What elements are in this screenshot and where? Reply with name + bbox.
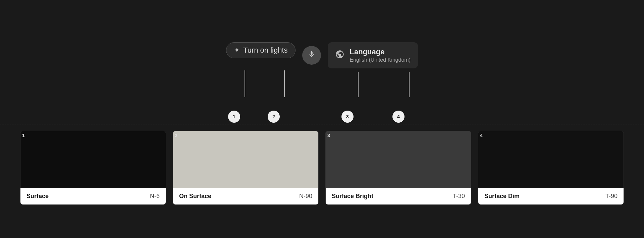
on-surface-code: N-90	[299, 193, 312, 200]
top-section: ✦ Turn on lights Language English (Unite…	[0, 0, 644, 124]
mic-icon	[308, 51, 315, 60]
card-number-4: 4	[480, 133, 483, 138]
card-number-1: 1	[22, 133, 25, 138]
color-card-wrapper-2: 2 On Surface N-90	[173, 131, 319, 205]
surface-name: Surface	[26, 193, 49, 200]
surface-dim-name: Surface Dim	[484, 193, 520, 200]
mic-button[interactable]	[302, 46, 321, 65]
color-card-surface-dim: Surface Dim T-90	[478, 131, 624, 205]
card-number-2: 2	[175, 133, 177, 138]
bottom-section: 1 Surface N-6 2 On Surface N-90 3 Surfac…	[0, 131, 644, 205]
surface-dim-label: Surface Dim T-90	[478, 188, 624, 204]
color-card-wrapper-1: 1 Surface N-6	[20, 131, 166, 205]
surface-code: N-6	[150, 193, 160, 200]
section-divider	[0, 124, 644, 124]
surface-swatch	[20, 131, 166, 188]
sun-icon: ✦	[234, 46, 240, 55]
language-card: Language English (United Kingdom)	[328, 42, 418, 68]
lights-chip-label: Turn on lights	[243, 46, 287, 55]
surface-label: Surface N-6	[20, 188, 166, 204]
surface-bright-code: T-30	[453, 193, 465, 200]
surface-bright-label: Surface Bright T-30	[326, 188, 471, 204]
surface-dim-swatch	[478, 131, 624, 188]
color-card-surface: Surface N-6	[20, 131, 166, 205]
on-surface-swatch	[173, 131, 318, 188]
on-surface-name: On Surface	[179, 193, 211, 200]
language-subtitle: English (United Kingdom)	[350, 57, 411, 63]
globe-icon	[335, 50, 344, 61]
surface-bright-swatch	[326, 131, 471, 188]
lights-chip[interactable]: ✦ Turn on lights	[226, 42, 295, 58]
ui-demo-area: ✦ Turn on lights Language English (Unite…	[226, 42, 418, 68]
surface-bright-name: Surface Bright	[332, 193, 373, 200]
card-number-3: 3	[327, 133, 330, 138]
color-card-on-surface: On Surface N-90	[173, 131, 319, 205]
color-card-wrapper-4: 4 Surface Dim T-90	[478, 131, 624, 205]
on-surface-label: On Surface N-90	[173, 188, 318, 204]
language-info: Language English (United Kingdom)	[350, 48, 411, 63]
color-card-surface-bright: Surface Bright T-30	[325, 131, 471, 205]
color-card-wrapper-3: 3 Surface Bright T-30	[325, 131, 471, 205]
language-title: Language	[350, 48, 411, 56]
surface-dim-code: T-90	[605, 193, 618, 200]
